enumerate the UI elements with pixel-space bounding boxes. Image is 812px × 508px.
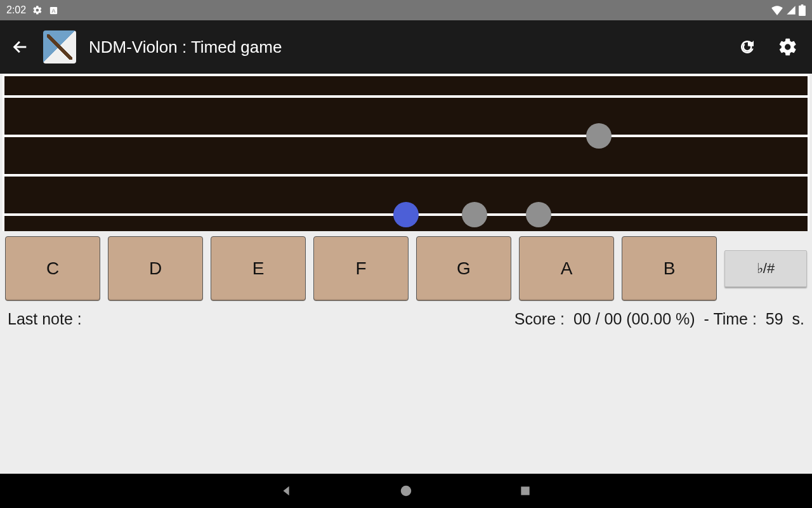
settings-mini-icon [32,5,43,15]
fretboard-string [4,174,808,177]
nav-home-button[interactable] [397,482,415,500]
note-buttons-row: CDEFGAB♭/# [0,231,812,306]
note-button-g[interactable]: G [416,236,511,301]
svg-rect-2 [799,6,806,16]
app-icon [43,30,76,64]
android-status-bar: 2:02 A [0,0,812,20]
content-area [0,328,812,474]
fretboard-note-dot [393,202,419,227]
svg-rect-3 [801,4,804,6]
wifi-icon [771,5,783,15]
back-button[interactable] [10,37,30,57]
nav-recent-button[interactable] [516,482,534,500]
score-value: 00 / 00 (00.00 %) [573,310,695,328]
nav-back-button[interactable] [278,482,296,500]
note-button-c[interactable]: C [5,236,100,301]
svg-rect-5 [521,486,529,495]
keyboard-mini-icon: A [49,6,58,15]
note-button-a[interactable]: A [519,236,614,301]
status-line: Last note : Score : 00 / 00 (00.00 %) - … [0,306,812,328]
refresh-button[interactable] [733,33,761,61]
fretboard-note-dot [586,123,612,149]
last-note-label: Last note : [8,310,82,328]
battery-icon [799,4,806,16]
note-button-e[interactable]: E [211,236,306,301]
status-time: 2:02 [6,4,26,16]
score-label: Score : [514,310,565,328]
fretboard-note-dot [526,202,551,227]
page-title: NDM-Violon : Timed game [89,37,282,57]
fretboard-string [4,95,808,98]
svg-text:A: A [52,7,56,13]
time-unit: s. [792,310,804,328]
android-nav-bar [0,474,812,508]
note-button-f[interactable]: F [313,236,409,301]
note-button-b[interactable]: B [622,236,717,301]
fretboard[interactable] [3,74,809,231]
time-value: 59 [766,310,783,328]
app-bar: NDM-Violon : Timed game [0,20,812,74]
time-label: - Time : [704,310,757,328]
fretboard-note-dot [462,202,487,227]
cell-signal-icon [786,5,796,15]
settings-button[interactable] [774,33,802,61]
fretboard-string [4,135,808,137]
accidental-toggle-button[interactable]: ♭/# [724,250,807,287]
svg-point-4 [401,486,412,497]
note-button-d[interactable]: D [108,236,203,301]
